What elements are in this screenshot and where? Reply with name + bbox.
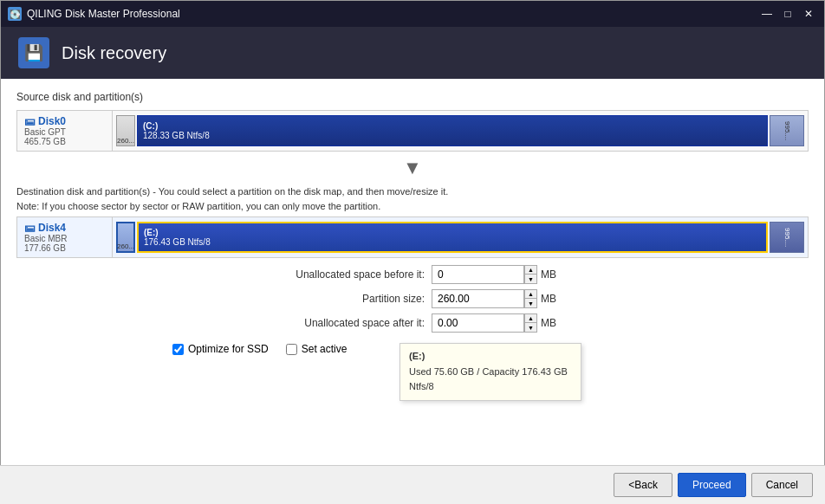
partition-size-up[interactable]: ▲ xyxy=(524,290,536,299)
source-part-main[interactable]: (C:) 128.33 GB Ntfs/8 xyxy=(137,115,768,146)
form-area: Unallocated space before it: ▲ ▼ MB Part… xyxy=(16,265,809,333)
partition-size-spinner: ▲ ▼ xyxy=(432,289,537,308)
source-section-label: Source disk and partition(s) xyxy=(16,91,809,103)
unallocated-before-down[interactable]: ▼ xyxy=(524,275,536,283)
destination-disk-info: 🖴 Disk4 Basic MBR 177.66 GB xyxy=(17,217,113,257)
unallocated-before-spinner: ▲ ▼ xyxy=(432,265,537,284)
unallocated-before-up[interactable]: ▲ xyxy=(524,266,536,275)
optimize-ssd-item: Optimize for SSD xyxy=(172,343,269,355)
proceed-button[interactable]: Proceed xyxy=(678,473,746,497)
destination-part-end[interactable]: 995.... xyxy=(770,222,804,253)
unallocated-before-input[interactable] xyxy=(432,265,523,284)
tooltip-line2: Used 75.60 GB / Capacity 176.43 GB xyxy=(409,365,572,380)
unallocated-after-up[interactable]: ▲ xyxy=(524,314,536,323)
source-partition-area: 260... (C:) 128.33 GB Ntfs/8 995.... xyxy=(113,111,808,151)
source-disk-size: 465.75 GB xyxy=(24,137,105,146)
app-icon: 💽 xyxy=(8,7,22,21)
partition-size-unit: MB xyxy=(541,293,567,305)
partition-size-down[interactable]: ▼ xyxy=(524,299,536,307)
title-bar: 💽 QILING Disk Master Professional — □ ✕ xyxy=(1,1,824,27)
title-bar-left: 💽 QILING Disk Master Professional xyxy=(8,7,180,21)
optimize-ssd-label: Optimize for SSD xyxy=(188,343,269,355)
source-part-small[interactable]: 260... xyxy=(116,115,135,146)
main-content: Source disk and partition(s) 🖴 Disk0 Bas… xyxy=(1,79,824,504)
tooltip-line1: (E:) xyxy=(409,349,572,365)
unallocated-after-row: Unallocated space after it: ▲ ▼ MB xyxy=(16,313,809,333)
destination-disk-type: Basic MBR xyxy=(24,234,105,243)
source-disk-icon: 🖴 xyxy=(24,115,35,127)
unallocated-after-label: Unallocated space after it: xyxy=(258,317,432,329)
disk-recovery-icon: 💾 xyxy=(24,43,43,62)
unallocated-before-label: Unallocated space before it: xyxy=(258,268,432,281)
set-active-label: Set active xyxy=(302,343,348,355)
partition-size-input[interactable] xyxy=(432,289,523,308)
unallocated-before-row: Unallocated space before it: ▲ ▼ MB xyxy=(16,265,809,284)
unallocated-after-spinner: ▲ ▼ xyxy=(432,313,537,333)
unallocated-before-unit: MB xyxy=(541,268,567,281)
unallocated-after-input[interactable] xyxy=(432,313,523,333)
minimize-button[interactable]: — xyxy=(758,5,776,23)
header-icon: 💾 xyxy=(18,37,49,68)
partition-size-input-group: ▲ ▼ MB xyxy=(432,289,567,308)
partition-size-spinner-btns: ▲ ▼ xyxy=(523,289,537,308)
header: 💾 Disk recovery xyxy=(1,27,824,79)
destination-disk-icon: 🖴 xyxy=(24,222,35,234)
destination-part-small[interactable]: 260... xyxy=(116,222,135,253)
unallocated-after-spinner-btns: ▲ ▼ xyxy=(523,313,537,333)
set-active-item: Set active xyxy=(286,343,348,355)
destination-section-label: Destination disk and partition(s) - You … xyxy=(16,184,809,213)
page-title: Disk recovery xyxy=(62,43,166,63)
unallocated-after-input-group: ▲ ▼ MB xyxy=(432,313,567,333)
source-disk-row: 🖴 Disk0 Basic GPT 465.75 GB 260... (C:) … xyxy=(16,110,809,152)
arrow-down-indicator: ▼ xyxy=(16,157,809,179)
tooltip-line3: Ntfs/8 xyxy=(409,379,572,395)
destination-partition-area: 260... (E:) 176.43 GB Ntfs/8 995.... xyxy=(113,217,808,257)
partition-tooltip: (E:) Used 75.60 GB / Capacity 176.43 GB … xyxy=(400,343,581,401)
unallocated-before-spinner-btns: ▲ ▼ xyxy=(523,265,537,284)
source-disk-type: Basic GPT xyxy=(24,127,105,137)
unallocated-after-unit: MB xyxy=(541,317,567,329)
app-title: QILING Disk Master Professional xyxy=(27,8,180,20)
source-disk-info: 🖴 Disk0 Basic GPT 465.75 GB xyxy=(17,111,113,151)
footer: <Back Proceed Cancel xyxy=(0,465,825,504)
cancel-button[interactable]: Cancel xyxy=(751,473,813,497)
destination-disk-size: 177.66 GB xyxy=(24,243,105,253)
title-bar-controls: — □ ✕ xyxy=(758,5,817,23)
optimize-ssd-checkbox[interactable] xyxy=(172,344,184,355)
set-active-checkbox[interactable] xyxy=(286,344,297,355)
destination-part-main[interactable]: (E:) 176.43 GB Ntfs/8 xyxy=(137,222,768,253)
partition-size-label: Partition size: xyxy=(258,293,432,305)
unallocated-before-input-group: ▲ ▼ MB xyxy=(432,265,567,284)
source-part-end[interactable]: 995.... xyxy=(770,115,804,146)
destination-disk-row: 🖴 Disk4 Basic MBR 177.66 GB 260... (E:) … xyxy=(16,216,809,258)
maximize-button[interactable]: □ xyxy=(779,5,796,23)
source-disk-name: 🖴 Disk0 xyxy=(24,115,105,127)
destination-disk-name: 🖴 Disk4 xyxy=(24,222,105,234)
back-button[interactable]: <Back xyxy=(614,473,672,497)
close-button[interactable]: ✕ xyxy=(800,5,817,23)
unallocated-after-down[interactable]: ▼ xyxy=(524,323,536,332)
partition-size-row: Partition size: ▲ ▼ MB xyxy=(16,289,809,308)
